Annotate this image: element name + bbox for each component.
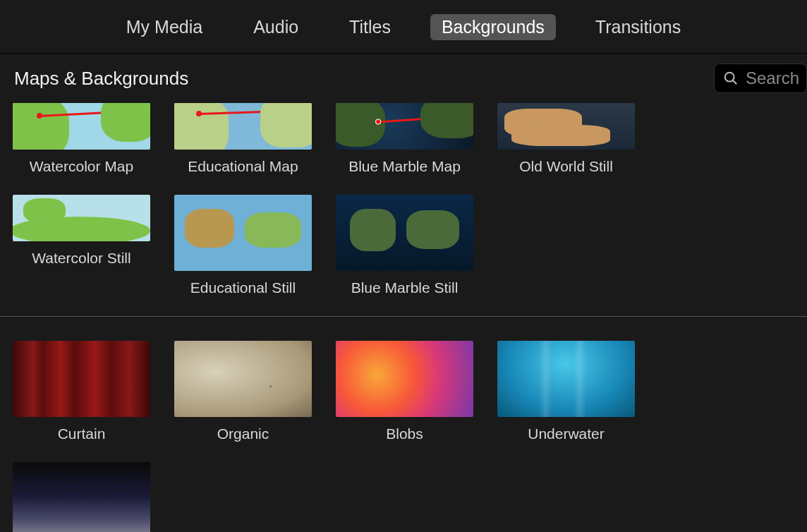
bg-item-blobs[interactable]: Blobs xyxy=(336,341,473,442)
thumbnail xyxy=(336,195,473,271)
tab-backgrounds[interactable]: Backgrounds xyxy=(430,14,556,40)
item-label: Curtain xyxy=(13,425,150,442)
thumbnail xyxy=(497,341,635,417)
search-field[interactable] xyxy=(714,64,807,93)
thumbnail xyxy=(13,195,150,241)
thumbnail xyxy=(174,103,312,150)
map-item-educational-still[interactable]: Educational Still xyxy=(174,195,312,296)
item-label: Watercolor Still xyxy=(13,250,150,267)
thumbnail xyxy=(13,103,150,150)
tab-my-media[interactable]: My Media xyxy=(115,14,214,40)
svg-line-1 xyxy=(733,80,736,84)
maps-grid: Watercolor Map Educational Map Blue Marb… xyxy=(0,103,807,296)
section-divider xyxy=(0,316,807,317)
item-label: Blue Marble Still xyxy=(336,279,473,296)
backgrounds-grid: Curtain Organic Blobs Underwater Gradien… xyxy=(0,341,807,532)
tab-transitions[interactable]: Transitions xyxy=(584,14,692,40)
thumbnail xyxy=(336,103,473,150)
browser-tabs: My Media Audio Titles Backgrounds Transi… xyxy=(0,0,807,54)
item-label: Old World Still xyxy=(497,158,635,175)
thumbnail xyxy=(13,341,150,417)
tab-titles[interactable]: Titles xyxy=(338,14,402,40)
svg-point-0 xyxy=(725,73,734,82)
thumbnail xyxy=(13,462,150,532)
item-label: Blobs xyxy=(336,425,473,442)
subheader: Maps & Backgrounds xyxy=(0,54,807,103)
bg-item-curtain[interactable]: Curtain xyxy=(13,341,150,442)
item-label: Organic xyxy=(174,425,312,442)
thumbnail xyxy=(336,341,473,417)
bg-item-underwater[interactable]: Underwater xyxy=(497,341,635,442)
bg-item-gradient[interactable]: Gradient xyxy=(13,462,150,532)
search-input[interactable] xyxy=(746,68,802,88)
map-item-blue-marble-still[interactable]: Blue Marble Still xyxy=(336,195,473,296)
map-item-blue-marble-map[interactable]: Blue Marble Map xyxy=(336,103,473,175)
map-item-watercolor-still[interactable]: Watercolor Still xyxy=(13,195,150,296)
tab-audio[interactable]: Audio xyxy=(242,14,310,40)
item-label: Watercolor Map xyxy=(13,158,150,175)
map-item-educational-map[interactable]: Educational Map xyxy=(174,103,312,175)
bg-item-organic[interactable]: Organic xyxy=(174,341,312,442)
thumbnail xyxy=(174,341,312,417)
item-label: Underwater xyxy=(497,425,635,442)
map-item-old-world-still[interactable]: Old World Still xyxy=(497,103,635,175)
thumbnail xyxy=(497,103,635,150)
item-label: Educational Map xyxy=(174,158,312,175)
item-label: Blue Marble Map xyxy=(336,158,473,175)
thumbnail xyxy=(174,195,312,271)
search-icon xyxy=(723,71,739,86)
map-item-watercolor-map[interactable]: Watercolor Map xyxy=(13,103,150,175)
section-title: Maps & Backgrounds xyxy=(14,68,188,90)
item-label: Educational Still xyxy=(174,279,312,296)
